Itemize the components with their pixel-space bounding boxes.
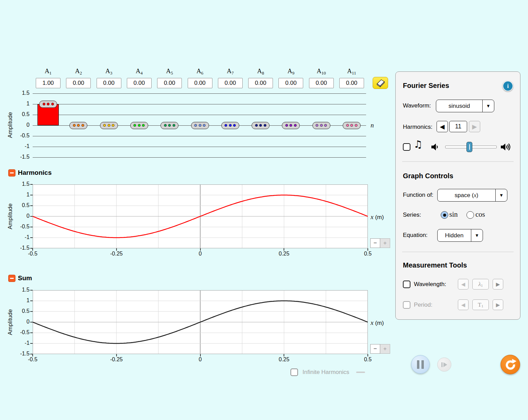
y-tick-label: -1 [10, 234, 30, 240]
wavelength-checkbox[interactable] [403, 281, 410, 288]
amplitude-slider-a2[interactable] [69, 122, 87, 129]
chevron-down-icon: ▼ [471, 229, 483, 241]
harmonic-label: A11 [338, 67, 365, 76]
sum-collapse-button[interactable] [8, 275, 15, 282]
panel-divider [402, 161, 514, 162]
step-forward-icon [441, 362, 448, 367]
y-tick-label: 1.5 [10, 287, 30, 293]
y-tick-mark [30, 184, 33, 185]
zoom-out-button[interactable]: − [370, 344, 380, 354]
amplitude-slider-a10[interactable] [312, 122, 330, 129]
harmonic-label: A10 [308, 67, 335, 76]
y-tick-label: -1.5 [10, 351, 30, 357]
harmonics-section-title: Harmonics [18, 169, 52, 177]
reset-icon [504, 359, 517, 371]
y-tick-label: 0.5 [10, 308, 30, 314]
equation-combo-box[interactable]: Hidden ▼ [437, 229, 483, 242]
amplitude-input-a3[interactable] [97, 78, 121, 88]
y-tick-mark [30, 195, 33, 195]
y-tick-label: -1.5 [10, 154, 30, 160]
measurement-tools-title: Measurement Tools [403, 261, 467, 269]
reset-all-button[interactable] [500, 355, 520, 374]
amplitude-input-a9[interactable] [278, 78, 303, 88]
function-of-combo-box[interactable]: space (x) ▼ [437, 189, 507, 202]
harmonics-decrement-button[interactable]: ◀ [437, 121, 448, 132]
period-decrement-button[interactable]: ◀ [458, 299, 469, 310]
amplitude-slider-a3[interactable] [100, 122, 118, 129]
amplitude-input-a11[interactable] [339, 78, 364, 88]
amplitude-slider-a11[interactable] [343, 122, 361, 129]
y-tick-label: 1 [10, 192, 30, 198]
y-tick-label: 1.5 [10, 90, 30, 96]
x-tick-label: 0 [188, 356, 212, 363]
wavelength-decrement-button[interactable]: ◀ [458, 279, 469, 290]
zoom-in-button[interactable]: + [380, 238, 390, 248]
amplitude-input-a4[interactable] [127, 78, 152, 88]
sum-zoom-buttons: − + [370, 344, 390, 354]
minus-icon [10, 172, 14, 173]
harmonics-increment-button[interactable]: ▶ [469, 121, 480, 132]
harmonic-label: A8 [247, 67, 274, 76]
amplitude-slider-a8[interactable] [252, 122, 270, 129]
y-tick-label: 1.5 [10, 181, 30, 187]
infinite-harmonics-checkbox[interactable] [290, 368, 298, 376]
step-forward-button[interactable] [437, 357, 451, 372]
wavelength-increment-button[interactable]: ▶ [493, 279, 503, 290]
arrow-right-icon: ▶ [496, 281, 500, 287]
harmonics-count-display: 11 [449, 121, 467, 132]
y-tick-label: 0 [10, 319, 30, 325]
infinite-harmonics-line-swatch [356, 372, 365, 373]
x-tick-mark [116, 354, 117, 356]
series-sin-radio[interactable] [441, 211, 448, 219]
waveform-combo-box[interactable]: sinusoid ▼ [436, 100, 494, 112]
period-checkbox[interactable] [403, 301, 410, 309]
harmonics-x-axis-label: x (m) [371, 213, 384, 221]
harmonics-collapse-button[interactable] [8, 169, 15, 177]
harmonics-plot [33, 184, 368, 248]
x-tick-mark [32, 248, 33, 251]
amplitude-slider-a7[interactable] [221, 122, 239, 129]
amp-gridline [33, 147, 366, 147]
y-tick-label: -0.5 [10, 224, 30, 230]
harmonic-label: A3 [95, 67, 123, 76]
x-tick-mark [367, 248, 368, 251]
period-increment-button[interactable]: ▶ [493, 299, 503, 310]
y-tick-mark [30, 343, 33, 344]
amplitude-slider-a1[interactable] [39, 101, 57, 108]
amplitude-slider-a5[interactable] [161, 122, 178, 129]
amplitude-input-a2[interactable] [66, 78, 91, 88]
sum-plot [33, 290, 368, 354]
panel-divider [402, 252, 514, 252]
y-tick-label: 0.5 [10, 202, 30, 208]
pause-button[interactable] [411, 355, 430, 374]
amplitude-slider-a4[interactable] [130, 122, 148, 129]
amplitude-input-a1[interactable] [36, 78, 60, 88]
amplitude-input-a7[interactable] [218, 78, 243, 88]
amplitude-input-a5[interactable] [157, 78, 182, 88]
harmonic-label: A9 [277, 67, 305, 76]
volume-min-icon [431, 143, 440, 151]
amplitude-input-a10[interactable] [309, 78, 334, 88]
amplitude-input-a8[interactable] [248, 78, 273, 88]
eraser-icon [376, 79, 385, 87]
eraser-button[interactable] [373, 77, 388, 89]
amplitude-input-a6[interactable] [188, 78, 212, 88]
volume-max-icon [500, 143, 512, 151]
zoom-in-button[interactable]: + [380, 344, 390, 354]
sound-checkbox[interactable] [403, 143, 410, 151]
amplitude-slider-a9[interactable] [282, 122, 300, 129]
y-tick-label: 1 [10, 297, 30, 304]
y-tick-label: 0 [10, 122, 30, 128]
x-tick-mark [367, 354, 368, 356]
series-cos-radio[interactable] [466, 211, 474, 219]
amplitude-slider-a6[interactable] [191, 122, 209, 129]
y-tick-label: -0.5 [10, 133, 30, 139]
x-tick-label: -0.25 [104, 251, 129, 257]
volume-slider-handle[interactable] [466, 142, 472, 152]
zoom-out-button[interactable]: − [370, 238, 380, 248]
info-button[interactable]: i [503, 81, 513, 91]
pause-icon [417, 360, 419, 369]
fourier-series-title: Fourier Series [403, 82, 449, 90]
y-tick-label: 1 [10, 101, 30, 107]
harmonic-label: A6 [186, 67, 214, 76]
